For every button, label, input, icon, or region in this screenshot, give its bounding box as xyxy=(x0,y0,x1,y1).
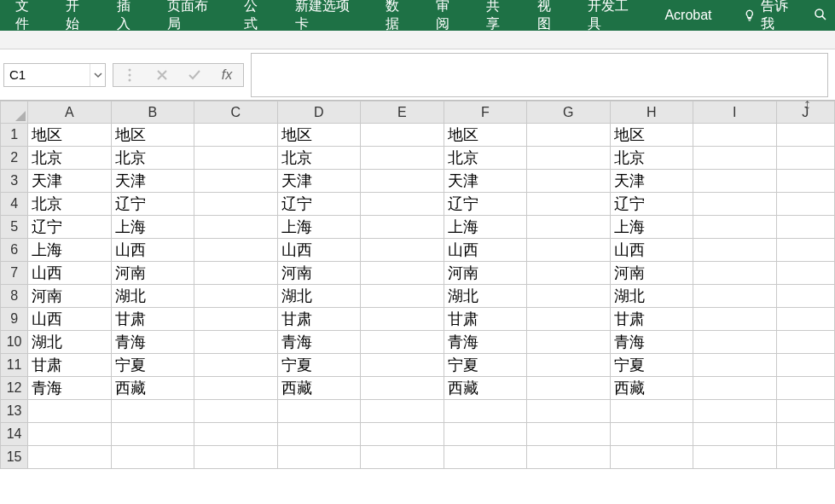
cell-H8[interactable]: 湖北 xyxy=(610,285,693,308)
select-all-corner[interactable] xyxy=(1,101,28,124)
cell-G12[interactable] xyxy=(527,377,610,400)
cell-F14[interactable] xyxy=(444,423,526,446)
insert-function-button[interactable]: fx xyxy=(211,67,243,83)
tab-formulas[interactable]: 公式 xyxy=(232,0,282,31)
cell-C7[interactable] xyxy=(194,262,277,285)
cell-G14[interactable] xyxy=(527,423,610,446)
tab-share[interactable]: 共享 xyxy=(474,0,525,31)
cell-A14[interactable] xyxy=(28,423,111,446)
cell-G9[interactable] xyxy=(527,308,610,331)
cell-I13[interactable] xyxy=(693,400,776,423)
cell-J8[interactable] xyxy=(776,285,834,308)
cell-J1[interactable] xyxy=(776,124,834,147)
row-header-9[interactable]: 9 xyxy=(1,308,28,331)
cell-A15[interactable] xyxy=(28,446,111,469)
row-header-4[interactable]: 4 xyxy=(1,193,28,216)
cell-F8[interactable]: 湖北 xyxy=(444,285,526,308)
cell-G2[interactable] xyxy=(527,147,610,170)
cell-D5[interactable]: 上海 xyxy=(277,216,360,239)
tab-data[interactable]: 数据 xyxy=(374,0,424,31)
cell-D1[interactable]: 地区 xyxy=(277,124,360,147)
cell-I1[interactable] xyxy=(693,124,776,147)
cell-D14[interactable] xyxy=(277,423,360,446)
cell-A12[interactable]: 青海 xyxy=(28,377,111,400)
cell-H13[interactable] xyxy=(610,400,693,423)
row-header-5[interactable]: 5 xyxy=(1,216,28,239)
search-icon[interactable] xyxy=(813,7,832,25)
cell-B2[interactable]: 北京 xyxy=(111,147,194,170)
cell-F6[interactable]: 山西 xyxy=(444,239,526,262)
tab-file[interactable]: 文件 xyxy=(3,0,54,31)
cell-I10[interactable] xyxy=(693,331,776,354)
cell-B14[interactable] xyxy=(111,423,194,446)
cell-F9[interactable]: 甘肃 xyxy=(444,308,526,331)
cell-B4[interactable]: 辽宁 xyxy=(111,193,194,216)
cell-C3[interactable] xyxy=(194,170,277,193)
col-header-C[interactable]: C xyxy=(194,101,277,124)
cell-D12[interactable]: 西藏 xyxy=(277,377,360,400)
row-header-11[interactable]: 11 xyxy=(1,354,28,377)
tab-home[interactable]: 开始 xyxy=(54,0,104,31)
row-header-3[interactable]: 3 xyxy=(1,170,28,193)
cell-A2[interactable]: 北京 xyxy=(28,147,111,170)
row-header-2[interactable]: 2 xyxy=(1,147,28,170)
tab-acrobat[interactable]: Acrobat xyxy=(652,0,723,31)
cell-J11[interactable] xyxy=(776,354,834,377)
cell-H1[interactable]: 地区 xyxy=(610,124,693,147)
cell-J5[interactable] xyxy=(776,216,834,239)
cell-F12[interactable]: 西藏 xyxy=(444,377,526,400)
cell-F11[interactable]: 宁夏 xyxy=(444,354,526,377)
cell-A13[interactable] xyxy=(28,400,111,423)
cell-G11[interactable] xyxy=(527,354,610,377)
cell-J10[interactable] xyxy=(776,331,834,354)
cell-H15[interactable] xyxy=(610,446,693,469)
name-box[interactable] xyxy=(4,66,90,84)
cell-J4[interactable] xyxy=(776,193,834,216)
cell-E8[interactable] xyxy=(361,285,444,308)
cell-I12[interactable] xyxy=(693,377,776,400)
cell-C2[interactable] xyxy=(194,147,277,170)
cell-F4[interactable]: 辽宁 xyxy=(444,193,526,216)
cell-A5[interactable]: 辽宁 xyxy=(28,216,111,239)
cell-C14[interactable] xyxy=(194,423,277,446)
cell-J7[interactable] xyxy=(776,262,834,285)
cell-B8[interactable]: 湖北 xyxy=(111,285,194,308)
cell-I7[interactable] xyxy=(693,262,776,285)
cell-H10[interactable]: 青海 xyxy=(610,331,693,354)
col-header-D[interactable]: D xyxy=(277,101,360,124)
cell-F5[interactable]: 上海 xyxy=(444,216,526,239)
cell-B5[interactable]: 上海 xyxy=(111,216,194,239)
cell-G1[interactable] xyxy=(527,124,610,147)
cell-A4[interactable]: 北京 xyxy=(28,193,111,216)
cell-B3[interactable]: 天津 xyxy=(111,170,194,193)
cell-A7[interactable]: 山西 xyxy=(28,262,111,285)
cell-B15[interactable] xyxy=(111,446,194,469)
cell-A11[interactable]: 甘肃 xyxy=(28,354,111,377)
cell-E4[interactable] xyxy=(361,193,444,216)
cell-A1[interactable]: 地区 xyxy=(28,124,111,147)
cell-C5[interactable] xyxy=(194,216,277,239)
cell-F10[interactable]: 青海 xyxy=(444,331,526,354)
tab-page-layout[interactable]: 页面布局 xyxy=(155,0,233,31)
cell-B13[interactable] xyxy=(111,400,194,423)
cell-C6[interactable] xyxy=(194,239,277,262)
cell-H4[interactable]: 辽宁 xyxy=(610,193,693,216)
cell-J2[interactable] xyxy=(776,147,834,170)
cell-A9[interactable]: 山西 xyxy=(28,308,111,331)
cell-I8[interactable] xyxy=(693,285,776,308)
cell-D4[interactable]: 辽宁 xyxy=(277,193,360,216)
cell-D3[interactable]: 天津 xyxy=(277,170,360,193)
cell-G4[interactable] xyxy=(527,193,610,216)
cell-B12[interactable]: 西藏 xyxy=(111,377,194,400)
cell-C1[interactable] xyxy=(194,124,277,147)
row-header-14[interactable]: 14 xyxy=(1,423,28,446)
cell-D2[interactable]: 北京 xyxy=(277,147,360,170)
cell-H7[interactable]: 河南 xyxy=(610,262,693,285)
cell-A8[interactable]: 河南 xyxy=(28,285,111,308)
cell-I4[interactable] xyxy=(693,193,776,216)
col-header-A[interactable]: A xyxy=(28,101,111,124)
cell-G7[interactable] xyxy=(527,262,610,285)
cell-F7[interactable]: 河南 xyxy=(444,262,526,285)
cell-E12[interactable] xyxy=(361,377,444,400)
cell-D15[interactable] xyxy=(277,446,360,469)
